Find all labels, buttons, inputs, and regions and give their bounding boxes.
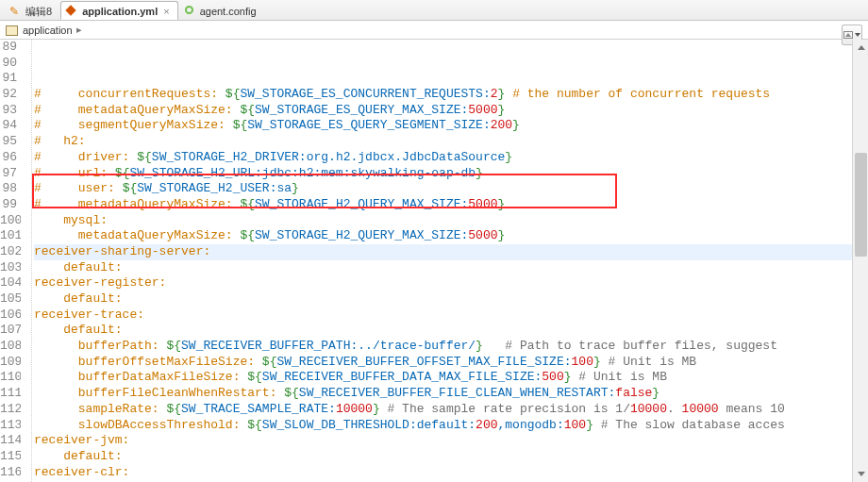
code-line[interactable]: # metadataQueryMaxSize: ${SW_STORAGE_ES_…	[34, 103, 868, 119]
code-line[interactable]: receiver-trace:	[34, 307, 868, 324]
line-number: 108	[0, 339, 17, 355]
line-number: 91	[0, 71, 17, 87]
code-line[interactable]: # user: ${SW_STORAGE_H2_USER:sa}	[34, 181, 868, 197]
code-line[interactable]: bufferDataMaxFileSize: ${SW_RECEIVER_BUF…	[34, 370, 868, 386]
file-icon	[6, 25, 17, 36]
code-line[interactable]: # h2:	[34, 134, 868, 150]
line-number: 115	[0, 449, 17, 465]
tab-label: agent.config	[200, 6, 257, 17]
code-line[interactable]: bufferFileCleanWhenRestart: ${SW_RECEIVE…	[34, 386, 868, 402]
line-number: 105	[0, 291, 17, 307]
code-line[interactable]: bufferOffsetMaxFileSize: ${SW_RECEIVER_B…	[34, 355, 868, 371]
line-number: 112	[0, 402, 17, 418]
line-number: 93	[0, 103, 17, 119]
code-line[interactable]: # metadataQueryMaxSize: ${SW_STORAGE_H2_…	[34, 197, 868, 213]
tab-label: application.yml	[82, 6, 158, 17]
code-line[interactable]: # url: ${SW_STORAGE_H2_URL:jdbc:h2:mem:s…	[34, 166, 868, 182]
yaml-icon	[65, 5, 75, 15]
scrollbar-thumb[interactable]	[855, 153, 867, 257]
tab-edit8[interactable]: 编辑8	[4, 1, 60, 20]
line-number: 99	[0, 197, 17, 213]
scroll-up-icon[interactable]	[853, 40, 868, 56]
code-line[interactable]: # concurrentRequests: ${SW_STORAGE_ES_CO…	[34, 87, 868, 103]
code-line[interactable]: default:	[34, 449, 868, 465]
tab-agent-config[interactable]: agent.config	[178, 1, 265, 20]
code-line[interactable]: receiver-register:	[34, 275, 868, 291]
code-area[interactable]: # concurrentRequests: ${SW_STORAGE_ES_CO…	[32, 40, 868, 482]
line-number-gutter: 8990919293949596979899100101102103104105…	[0, 40, 21, 482]
line-number: 111	[0, 386, 17, 402]
pencil-icon	[9, 5, 21, 16]
code-line[interactable]: receiver-clr:	[34, 465, 868, 481]
line-number: 96	[0, 150, 17, 166]
code-line[interactable]: sampleRate: ${SW_TRACE_SAMPLE_RATE:10000…	[34, 402, 868, 418]
line-number: 113	[0, 418, 17, 434]
line-number: 107	[0, 323, 17, 339]
image-icon	[843, 31, 853, 39]
line-number: 95	[0, 134, 17, 150]
line-number: 101	[0, 228, 17, 244]
code-line[interactable]: receiver-jvm:	[34, 433, 868, 449]
line-number: 100	[0, 213, 17, 229]
config-icon	[185, 6, 193, 14]
code-line[interactable]: # segmentQueryMaxSize: ${SW_STORAGE_ES_Q…	[34, 118, 868, 134]
code-line[interactable]: receiver-sharing-server:	[34, 244, 868, 260]
line-number: 98	[0, 181, 17, 197]
line-number: 116	[0, 465, 17, 481]
line-number: 90	[0, 56, 17, 72]
code-line[interactable]: slowDBAccessThreshold: ${SW_SLOW_DB_THRE…	[34, 418, 868, 434]
line-number: 97	[0, 166, 17, 182]
code-line[interactable]: metadataQueryMaxSize: ${SW_STORAGE_H2_QU…	[34, 228, 868, 244]
line-number: 92	[0, 87, 17, 103]
line-number: 89	[0, 40, 17, 56]
close-icon[interactable]: ×	[163, 6, 169, 17]
line-number: 114	[0, 433, 17, 449]
code-line[interactable]: mysql:	[34, 213, 868, 229]
chevron-right-icon: ▸	[76, 24, 82, 36]
vertical-scrollbar[interactable]	[852, 40, 868, 482]
code-line[interactable]: default:	[34, 291, 868, 307]
tab-application-yml[interactable]: application.yml ×	[60, 1, 178, 20]
breadcrumb-item[interactable]: application	[23, 25, 73, 36]
line-number: 110	[0, 370, 17, 386]
line-number: 94	[0, 118, 17, 134]
code-editor[interactable]: 8990919293949596979899100101102103104105…	[0, 40, 868, 482]
scroll-down-icon[interactable]	[853, 466, 868, 482]
code-line[interactable]: # driver: ${SW_STORAGE_H2_DRIVER:org.h2.…	[34, 150, 868, 166]
breadcrumb: application ▸	[0, 21, 868, 40]
line-number: 102	[0, 244, 17, 260]
line-number: 106	[0, 307, 17, 324]
line-number: 103	[0, 260, 17, 276]
line-number: 109	[0, 355, 17, 371]
tab-label: 编辑8	[25, 5, 52, 19]
code-line[interactable]: default:	[34, 260, 868, 276]
line-number: 104	[0, 275, 17, 291]
editor-tabbar: 编辑8 application.yml × agent.config	[0, 0, 868, 21]
code-line[interactable]: default:	[34, 323, 868, 339]
chevron-down-icon	[855, 33, 860, 37]
fold-gutter[interactable]	[21, 40, 32, 482]
code-line[interactable]: bufferPath: ${SW_RECEIVER_BUFFER_PATH:..…	[34, 339, 868, 355]
